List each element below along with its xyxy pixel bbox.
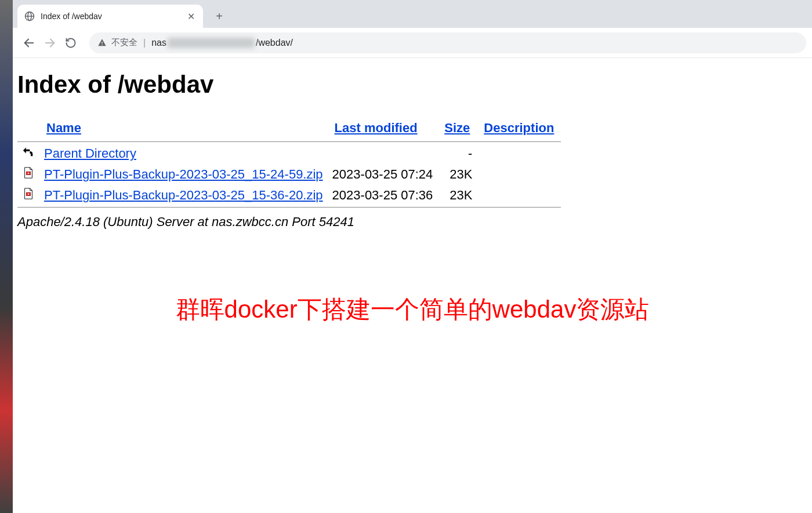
header-size[interactable]: Size [444, 121, 470, 135]
svg-rect-6 [102, 44, 102, 45]
file-link[interactable]: PT-Plugin-Plus-Backup-2023-03-25_15-36-2… [44, 188, 323, 202]
file-link[interactable]: PT-Plugin-Plus-Backup-2023-03-25_15-24-5… [44, 167, 323, 181]
file-date: 2023-03-25 07:24 [328, 164, 438, 185]
header-name[interactable]: Name [46, 121, 81, 135]
reload-button[interactable] [60, 32, 81, 53]
tab-bar: Index of /webdav ✕ + [13, 0, 812, 28]
file-size: 23K [437, 164, 477, 185]
parent-directory-link[interactable]: Parent Directory [44, 146, 136, 161]
address-bar[interactable]: 不安全 | nas /webdav/ [89, 32, 806, 53]
header-last-modified[interactable]: Last modified [335, 121, 418, 135]
zip-file-icon [17, 185, 39, 206]
address-separator: | [143, 38, 146, 48]
overlay-caption: 群晖docker下搭建一个简单的webdav资源站 [17, 293, 807, 326]
toolbar: 不安全 | nas /webdav/ [13, 28, 812, 58]
browser-tab[interactable]: Index of /webdav ✕ [17, 5, 203, 28]
file-date: 2023-03-25 07:36 [328, 185, 438, 206]
directory-listing: Name Last modified Size Description Pare… [17, 116, 561, 209]
tab-title: Index of /webdav [41, 12, 186, 21]
table-header-row: Name Last modified Size Description [17, 116, 561, 140]
security-indicator[interactable]: 不安全 [97, 37, 137, 48]
page-content: Index of /webdav Name Last modified Size… [13, 58, 812, 339]
header-description[interactable]: Description [484, 121, 554, 135]
browser-chrome: Index of /webdav ✕ + [13, 0, 812, 58]
page-title: Index of /webdav [17, 71, 807, 99]
url-prefix: nas [151, 38, 166, 48]
back-button[interactable] [19, 32, 39, 53]
table-row: PT-Plugin-Plus-Backup-2023-03-25_15-36-2… [17, 185, 561, 206]
warning-icon [97, 38, 107, 48]
address-url: nas /webdav/ [151, 38, 293, 48]
zip-file-icon [17, 164, 39, 185]
parent-size: - [437, 143, 477, 164]
security-label: 不安全 [111, 37, 137, 48]
file-size: 23K [437, 185, 477, 206]
background-edge [0, 0, 13, 513]
globe-icon [24, 11, 35, 21]
svg-point-8 [28, 173, 29, 174]
url-suffix: /webdav/ [256, 38, 293, 48]
new-tab-button[interactable]: + [210, 7, 229, 26]
url-redacted [168, 38, 255, 48]
forward-button[interactable] [39, 32, 60, 53]
server-footer: Apache/2.4.18 (Ubuntu) Server at nas.zwb… [17, 214, 807, 230]
parent-directory-row: Parent Directory - [17, 143, 561, 164]
svg-rect-5 [102, 42, 102, 43]
svg-point-10 [28, 194, 29, 195]
back-arrow-icon [17, 143, 39, 164]
table-row: PT-Plugin-Plus-Backup-2023-03-25_15-24-5… [17, 164, 561, 185]
close-icon[interactable]: ✕ [186, 11, 196, 21]
